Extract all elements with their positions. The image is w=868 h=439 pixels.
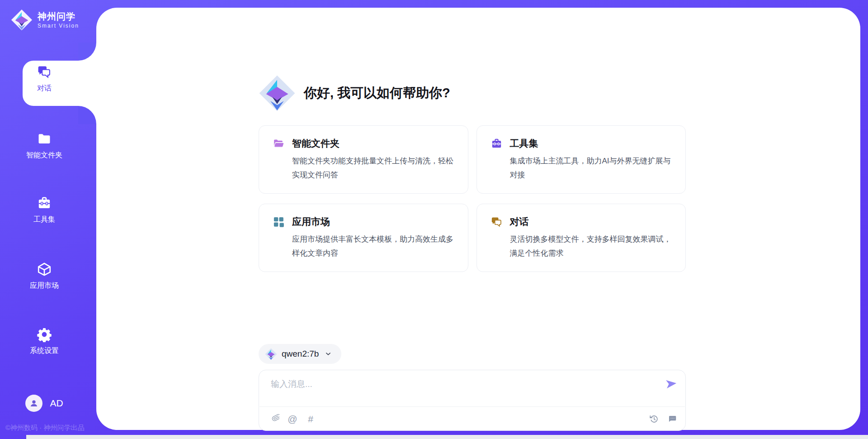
message-input[interactable] <box>270 377 656 406</box>
sidebar-item-label: 工具集 <box>33 215 55 224</box>
chat-home-column: 你好, 我可以如何帮助你? 智能文件夹 智能文件夹功能支持批量文件上传与清洗，轻… <box>259 8 686 431</box>
user-icon <box>28 397 40 409</box>
model-selector[interactable]: qwen2:7b <box>259 344 341 364</box>
history-icon <box>649 414 659 424</box>
toolbox-icon <box>37 196 52 211</box>
composer-right-tools <box>648 413 677 424</box>
user-initials: AD <box>50 398 63 409</box>
card-header: 对话 <box>491 215 672 228</box>
card-description: 灵活切换多模型文件，支持多样回复效果调试，满足个性化需求 <box>510 232 672 260</box>
message-composer: @ # <box>259 370 686 431</box>
card-chat[interactable]: 对话 灵活切换多模型文件，支持多样回复效果调试，满足个性化需求 <box>476 204 686 272</box>
greeting-row: 你好, 我可以如何帮助你? <box>259 75 686 112</box>
sidebar-item-app-market[interactable]: 应用市场 <box>0 262 89 291</box>
send-button[interactable] <box>665 377 678 391</box>
conversation-button[interactable] <box>666 413 677 424</box>
mention-icon: @ <box>288 414 297 424</box>
active-tab-bottom-curve <box>78 106 96 124</box>
card-header: 应用市场 <box>273 215 454 228</box>
chat-icon <box>37 64 52 80</box>
main-content-panel: 你好, 我可以如何帮助你? 智能文件夹 智能文件夹功能支持批量文件上传与清洗，轻… <box>96 8 860 430</box>
history-button[interactable] <box>648 413 659 424</box>
toolbox-icon <box>491 138 503 150</box>
user-profile[interactable]: AD <box>0 395 89 412</box>
hashtag-button[interactable]: # <box>305 413 316 424</box>
card-description: 智能文件夹功能支持批量文件上传与清洗，轻松实现文件问答 <box>292 154 454 182</box>
sidebar-item-chat[interactable]: 对话 <box>0 64 89 93</box>
chevron-down-icon <box>324 350 332 358</box>
card-title: 应用市场 <box>292 215 330 228</box>
greeting-text: 你好, 我可以如何帮助你? <box>304 84 450 102</box>
sidebar-item-label: 应用市场 <box>30 281 59 291</box>
card-description: 集成市场上主流工具，助力AI与外界无缝扩展与对接 <box>510 154 672 182</box>
sidebar-item-label: 智能文件夹 <box>26 151 62 160</box>
brand-subtitle: Smart Vision <box>38 23 79 29</box>
card-header: 工具集 <box>491 137 672 150</box>
card-app-market[interactable]: 应用市场 应用市场提供丰富长文本模板，助力高效生成多样化文章内容 <box>259 204 468 272</box>
chat-icon <box>491 216 503 228</box>
folder-icon <box>37 131 52 147</box>
sidebar-item-label: 系统设置 <box>30 346 59 356</box>
mention-button[interactable]: @ <box>287 413 298 424</box>
logo-diamond-icon <box>259 75 296 112</box>
active-tab-top-curve <box>78 43 96 61</box>
feature-cards-grid: 智能文件夹 智能文件夹功能支持批量文件上传与清洗，轻松实现文件问答 <box>259 125 686 272</box>
logo-diamond-icon <box>265 348 277 360</box>
card-title: 智能文件夹 <box>292 137 340 150</box>
folder-open-icon <box>273 138 285 150</box>
brand-name: 神州问学 <box>38 11 79 21</box>
card-title: 对话 <box>510 215 529 228</box>
hashtag-icon: # <box>308 414 313 424</box>
card-description: 应用市场提供丰富长文本模板，助力高效生成多样化文章内容 <box>292 232 454 260</box>
send-icon <box>665 377 678 391</box>
window-bottom-edge <box>26 435 868 439</box>
sidebar-item-label: 对话 <box>37 84 52 93</box>
gear-icon <box>37 327 52 342</box>
copyright-text: ©神州数码 · 神州问学出品 <box>5 424 84 432</box>
card-toolset[interactable]: 工具集 集成市场上主流工具，助力AI与外界无缝扩展与对接 <box>476 125 686 194</box>
attachment-icon <box>270 414 279 424</box>
cube-icon <box>37 262 52 277</box>
brand-logo: 神州问学 Smart Vision <box>11 9 79 31</box>
sidebar-item-toolset[interactable]: 工具集 <box>0 196 89 224</box>
model-name: qwen2:7b <box>282 349 319 359</box>
attachment-button[interactable] <box>269 413 280 424</box>
logo-diamond-icon <box>11 9 33 31</box>
sidebar-item-settings[interactable]: 系统设置 <box>0 327 89 356</box>
conversation-icon <box>667 414 677 424</box>
app-grid-icon <box>273 216 285 228</box>
sidebar-item-smart-folder[interactable]: 智能文件夹 <box>0 131 89 160</box>
composer-toolbar: @ # <box>269 407 677 430</box>
composer-left-tools: @ # <box>269 413 316 424</box>
card-title: 工具集 <box>510 137 538 150</box>
card-header: 智能文件夹 <box>273 137 454 150</box>
card-smart-folder[interactable]: 智能文件夹 智能文件夹功能支持批量文件上传与清洗，轻松实现文件问答 <box>259 125 468 194</box>
avatar <box>25 395 42 412</box>
sidebar: 神州问学 Smart Vision 对话 智能文件夹 <box>0 0 96 439</box>
